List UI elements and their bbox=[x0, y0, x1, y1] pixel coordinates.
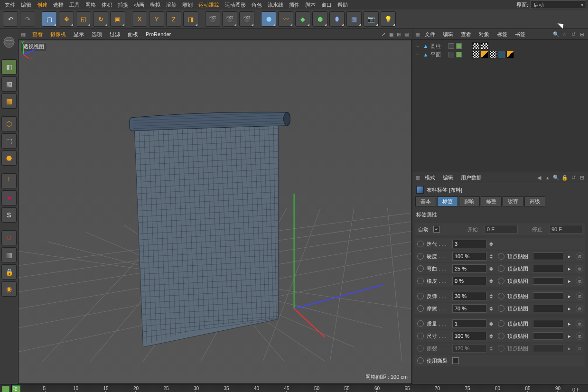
layout-dropdown[interactable]: 启动 bbox=[530, 0, 586, 9]
vp-panel-menu[interactable]: 面板 bbox=[125, 30, 141, 39]
anim-dot-icon[interactable] bbox=[417, 305, 424, 312]
home-icon[interactable]: ⌂ bbox=[561, 31, 568, 37]
menu-script[interactable]: 脚本 bbox=[302, 0, 318, 9]
cloth-tag-icon[interactable] bbox=[506, 51, 514, 58]
lock-icon[interactable]: 🔒 bbox=[561, 174, 568, 181]
add-camera-button[interactable]: 📷 bbox=[364, 11, 379, 27]
timeline-ruler[interactable]: 0 051015202530354045505560657075808590 0… bbox=[0, 384, 588, 392]
undo-button[interactable]: ↶ bbox=[3, 11, 18, 27]
vp-filter-menu[interactable]: 过滤 bbox=[107, 30, 123, 39]
spinner-icon[interactable] bbox=[489, 277, 494, 285]
vp-nav-icon[interactable]: ⤢ bbox=[381, 31, 386, 37]
om-bookmarks-menu[interactable]: 书签 bbox=[512, 30, 528, 39]
menu-select[interactable]: 选择 bbox=[50, 0, 66, 9]
expand-icon[interactable]: ⊞ bbox=[579, 174, 585, 181]
anim-dot-icon[interactable] bbox=[417, 241, 424, 247]
anim-dot-icon[interactable] bbox=[498, 253, 504, 260]
link-target-icon[interactable]: ◎ bbox=[576, 320, 583, 327]
menu-sculpt[interactable]: 雕刻 bbox=[179, 0, 196, 9]
menu-sim[interactable]: 模拟 bbox=[147, 0, 163, 9]
menu-motiontrack[interactable]: 运动跟踪 bbox=[196, 0, 222, 9]
refresh-icon[interactable]: ↺ bbox=[570, 174, 577, 181]
start-field[interactable]: 0 F bbox=[485, 225, 518, 233]
menu-render[interactable]: 渲染 bbox=[163, 0, 179, 9]
prop-value-field[interactable]: 70 % bbox=[452, 304, 486, 313]
vertex-map-field[interactable] bbox=[533, 320, 563, 327]
menu-character[interactable]: 角色 bbox=[249, 0, 265, 9]
prop-value-field[interactable]: 120 % bbox=[452, 344, 486, 353]
link-arrow-icon[interactable]: ▸ bbox=[566, 253, 573, 260]
search-icon[interactable]: 🔍 bbox=[553, 174, 560, 181]
object-name[interactable]: 平面 bbox=[430, 51, 447, 58]
vertex-map-field[interactable] bbox=[533, 277, 563, 285]
add-spline-button[interactable]: 〰 bbox=[278, 11, 293, 27]
menu-create[interactable]: 创建 bbox=[34, 0, 50, 9]
tab-dresser[interactable]: 修整 bbox=[481, 196, 502, 206]
spinner-icon[interactable] bbox=[489, 252, 494, 260]
object-manager[interactable]: └ ▲ 圆柱 └ ▲ 平面 bbox=[412, 40, 588, 172]
move-tool[interactable]: ✥ bbox=[59, 11, 74, 27]
vp-display-menu[interactable]: 显示 bbox=[71, 30, 87, 39]
add-primitive-button[interactable]: ⬣ bbox=[261, 11, 276, 27]
anim-dot-icon[interactable] bbox=[417, 333, 424, 339]
link-arrow-icon[interactable]: ▸ bbox=[566, 293, 573, 299]
spinner-icon[interactable] bbox=[489, 265, 494, 272]
attr-userdata-menu[interactable]: 用户数据 bbox=[458, 173, 485, 182]
back-icon[interactable]: ◀ bbox=[536, 174, 542, 181]
anim-dot-icon[interactable] bbox=[498, 278, 504, 284]
object-name[interactable]: 圆柱 bbox=[430, 43, 447, 50]
up-icon[interactable]: ▴ bbox=[544, 174, 551, 181]
phong-tag-icon[interactable] bbox=[481, 42, 488, 50]
vp-camera-menu[interactable]: 摄像机 bbox=[47, 30, 69, 39]
phong-tag-icon[interactable] bbox=[472, 51, 480, 58]
viewport-solo-button[interactable]: S bbox=[1, 207, 17, 223]
tab-tag[interactable]: 标签 bbox=[437, 196, 458, 206]
cloth-tag-icon[interactable] bbox=[481, 51, 488, 58]
link-target-icon[interactable]: ◎ bbox=[576, 332, 583, 340]
menu-mesh[interactable]: 网格 bbox=[83, 0, 99, 9]
om-view-menu[interactable]: 查看 bbox=[458, 30, 474, 39]
refresh-icon[interactable]: ↺ bbox=[570, 31, 577, 37]
anim-dot-icon[interactable] bbox=[417, 357, 424, 364]
anim-dot-icon[interactable] bbox=[417, 278, 424, 284]
link-arrow-icon[interactable]: ▸ bbox=[566, 345, 573, 352]
edge-mode-button[interactable]: ⬚ bbox=[1, 133, 17, 149]
auto-checkbox[interactable] bbox=[433, 226, 440, 233]
search-icon[interactable]: 🔍 bbox=[553, 31, 560, 37]
timeline-ticks[interactable]: 0 051015202530354045505560657075808590 bbox=[11, 384, 564, 392]
attr-edit-menu[interactable]: 编辑 bbox=[440, 173, 456, 182]
tab-influence[interactable]: 影响 bbox=[459, 196, 480, 206]
object-row-cylinder[interactable]: └ ▲ 圆柱 bbox=[412, 42, 588, 50]
prop-value-field[interactable]: 0 % bbox=[452, 277, 486, 285]
add-field-button[interactable]: ▦ bbox=[346, 11, 362, 27]
anim-dot-icon[interactable] bbox=[417, 293, 424, 299]
spinner-icon[interactable] bbox=[489, 345, 494, 352]
menu-snap[interactable]: 捕捉 bbox=[115, 0, 131, 9]
link-target-icon[interactable]: ◎ bbox=[576, 265, 583, 272]
vertex-map-field[interactable] bbox=[533, 252, 563, 260]
menu-edit[interactable]: 编辑 bbox=[18, 0, 34, 9]
link-target-icon[interactable]: ◎ bbox=[576, 277, 583, 285]
redo-button[interactable]: ↷ bbox=[20, 11, 35, 27]
prop-value-field[interactable]: 25 % bbox=[452, 264, 486, 273]
link-arrow-icon[interactable]: ▸ bbox=[566, 278, 573, 284]
expand-icon[interactable]: ⊞ bbox=[579, 31, 585, 37]
link-arrow-icon[interactable]: ▸ bbox=[566, 305, 573, 312]
phong-tag-icon[interactable] bbox=[489, 51, 497, 58]
om-file-menu[interactable]: 文件 bbox=[422, 30, 438, 39]
spinner-icon[interactable] bbox=[489, 292, 494, 300]
anim-dot-icon[interactable] bbox=[417, 320, 424, 327]
om-edit-menu[interactable]: 编辑 bbox=[440, 30, 456, 39]
menu-anim[interactable]: 动画 bbox=[131, 0, 147, 9]
lock-button[interactable]: 🔒 bbox=[1, 264, 17, 280]
link-arrow-icon[interactable]: ▸ bbox=[566, 333, 573, 339]
scale-tool[interactable]: ◱ bbox=[76, 11, 91, 27]
soft-select-button[interactable]: ◉ bbox=[1, 281, 17, 297]
tab-advanced[interactable]: 高级 bbox=[524, 196, 545, 206]
menu-volume[interactable]: 体积 bbox=[99, 0, 115, 9]
prop-value-field[interactable]: 30 % bbox=[452, 292, 486, 300]
om-tags-menu[interactable]: 标签 bbox=[494, 30, 510, 39]
coord-system-button[interactable]: ◨ bbox=[183, 11, 198, 27]
vp-options-menu[interactable]: 选项 bbox=[89, 30, 105, 39]
prop-value-field[interactable]: 100 % bbox=[452, 252, 486, 261]
